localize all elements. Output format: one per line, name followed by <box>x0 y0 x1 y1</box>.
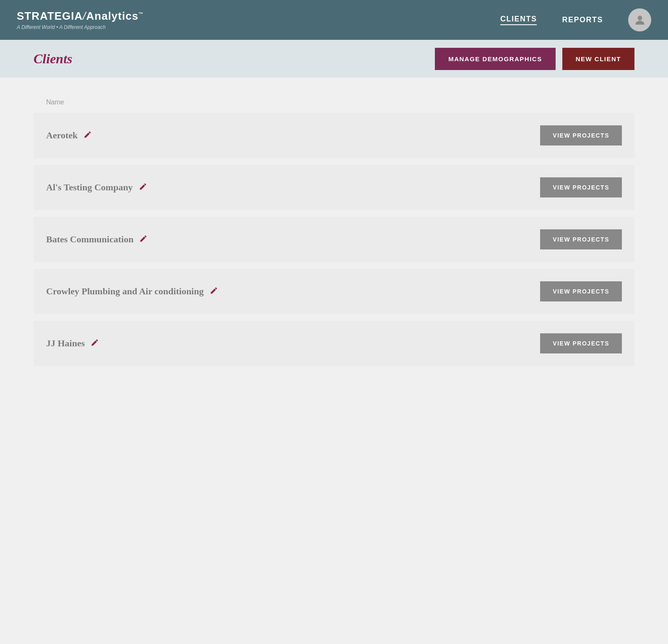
page-title: Clients <box>34 51 72 67</box>
client-list: Aerotek VIEW PROJECTSAl's Testing Compan… <box>34 113 634 366</box>
client-row: JJ Haines VIEW PROJECTS <box>34 321 634 366</box>
client-name: Aerotek <box>46 130 540 141</box>
edit-client-icon[interactable] <box>210 286 218 297</box>
column-header-name: Name <box>34 99 634 106</box>
client-row: Crowley Plumbing and Air conditioning VI… <box>34 269 634 314</box>
main-header: STRATEGIA/Analytics™ A Different World •… <box>0 0 668 40</box>
view-projects-button[interactable]: VIEW PROJECTS <box>540 125 622 145</box>
sub-header: Clients MANAGE DEMOGRAPHICS NEW CLIENT <box>0 40 668 78</box>
main-nav: CLIENTS REPORTS <box>500 15 603 25</box>
view-projects-button[interactable]: VIEW PROJECTS <box>540 333 622 353</box>
nav-clients[interactable]: CLIENTS <box>500 15 537 25</box>
logo-tagline: A Different World • A Different Approach <box>17 24 143 30</box>
logo-area: STRATEGIA/Analytics™ A Different World •… <box>17 10 143 30</box>
view-projects-button[interactable]: VIEW PROJECTS <box>540 281 622 301</box>
client-name: Bates Communication <box>46 234 540 245</box>
nav-reports[interactable]: REPORTS <box>562 16 603 24</box>
manage-demographics-button[interactable]: MANAGE DEMOGRAPHICS <box>435 48 556 70</box>
main-content: Name Aerotek VIEW PROJECTSAl's Testing C… <box>0 78 668 387</box>
client-row: Bates Communication VIEW PROJECTS <box>34 217 634 262</box>
client-row: Al's Testing Company VIEW PROJECTS <box>34 165 634 210</box>
client-name: JJ Haines <box>46 338 540 349</box>
edit-client-icon[interactable] <box>91 338 99 349</box>
view-projects-button[interactable]: VIEW PROJECTS <box>540 229 622 249</box>
edit-client-icon[interactable] <box>139 182 147 193</box>
view-projects-button[interactable]: VIEW PROJECTS <box>540 177 622 197</box>
user-avatar[interactable] <box>628 8 651 31</box>
svg-point-0 <box>637 16 642 20</box>
edit-client-icon[interactable] <box>83 130 92 141</box>
client-name: Crowley Plumbing and Air conditioning <box>46 286 540 297</box>
edit-client-icon[interactable] <box>139 234 148 245</box>
user-icon <box>633 13 647 27</box>
logo-main: STRATEGIA/Analytics™ <box>17 10 143 23</box>
client-row: Aerotek VIEW PROJECTS <box>34 113 634 158</box>
client-name: Al's Testing Company <box>46 182 540 193</box>
new-client-button[interactable]: NEW CLIENT <box>562 48 634 70</box>
